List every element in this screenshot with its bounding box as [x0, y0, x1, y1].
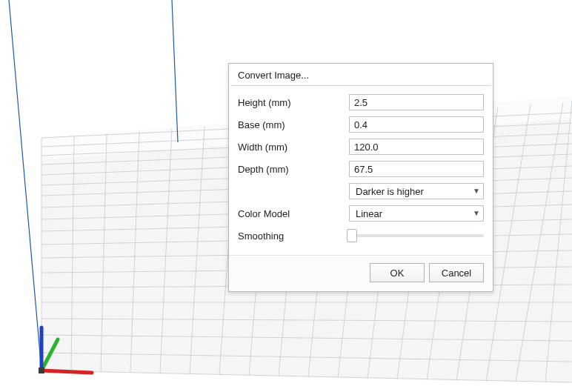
color-model-dropdown[interactable]: Linear ▼	[349, 205, 484, 222]
row-depth: Depth (mm)	[238, 160, 484, 178]
slider-thumb[interactable]	[347, 229, 357, 242]
row-base: Base (mm)	[238, 116, 484, 133]
label-depth: Depth (mm)	[238, 164, 349, 175]
label-width: Width (mm)	[238, 142, 349, 153]
label-base: Base (mm)	[238, 119, 349, 130]
slider-track	[349, 234, 484, 237]
field-height	[349, 94, 484, 110]
field-height-map-mode: Darker is higher ▼	[349, 183, 484, 199]
dialog-form: Height (mm) Base (mm) Width (mm) Depth (…	[229, 92, 493, 255]
axis-x-icon	[64, 366, 64, 367]
height-input[interactable]	[349, 94, 484, 110]
origin-icon	[40, 369, 41, 370]
width-input[interactable]	[349, 139, 484, 155]
caret-down-icon: ▼	[473, 187, 480, 195]
field-color-model: Linear ▼	[349, 205, 484, 222]
height-map-mode-value: Darker is higher	[356, 186, 473, 197]
row-width: Width (mm)	[238, 138, 484, 156]
label-color-model: Color Model	[238, 208, 349, 219]
depth-input[interactable]	[349, 161, 484, 177]
dialog-separator	[230, 85, 491, 86]
caret-down-icon: ▼	[473, 210, 480, 217]
row-height-map-mode: Darker is higher ▼	[238, 182, 484, 200]
axis-y-icon	[49, 350, 50, 351]
height-map-mode-dropdown[interactable]: Darker is higher ▼	[349, 183, 484, 199]
field-width	[349, 139, 484, 155]
row-smoothing: Smoothing	[238, 227, 484, 245]
dialog-footer: OK Cancel	[229, 255, 493, 291]
row-color-model: Color Model Linear ▼	[238, 205, 484, 222]
field-base	[349, 116, 484, 133]
base-input[interactable]	[349, 116, 484, 133]
row-height: Height (mm)	[238, 93, 484, 111]
field-depth	[349, 161, 484, 177]
axis-z-icon	[40, 345, 41, 346]
label-smoothing: Smoothing	[238, 230, 349, 242]
convert-image-dialog: Convert Image... Height (mm) Base (mm) W…	[228, 63, 493, 292]
ok-button[interactable]: OK	[370, 263, 425, 282]
cancel-button[interactable]: Cancel	[429, 263, 484, 282]
color-model-value: Linear	[356, 208, 473, 219]
label-height: Height (mm)	[238, 97, 349, 108]
dialog-title: Convert Image...	[229, 64, 493, 85]
svg-line-42	[41, 371, 92, 373]
smoothing-slider[interactable]	[349, 227, 484, 244]
